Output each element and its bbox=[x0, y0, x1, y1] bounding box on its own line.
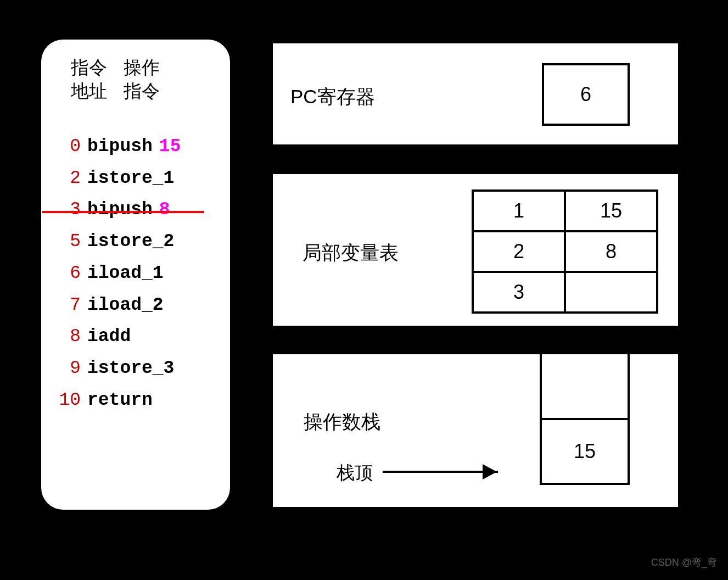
stack-top-label: 栈顶 bbox=[337, 461, 373, 486]
lvt-value: 8 bbox=[565, 231, 657, 272]
instruction-row: 7 iload_2 bbox=[52, 289, 219, 321]
instruction-addr: 2 bbox=[52, 163, 81, 194]
instruction-row: 8 iadd bbox=[52, 321, 219, 353]
instruction-row: 2 istore_1 bbox=[52, 163, 219, 194]
lvt-value: 15 bbox=[565, 191, 657, 231]
lvt-index: 3 bbox=[473, 272, 565, 313]
instruction-addr: 5 bbox=[52, 226, 81, 258]
table-row bbox=[541, 354, 629, 419]
header-addr-line2: 地址 bbox=[71, 80, 107, 103]
header-address: 指令 地址 bbox=[71, 56, 107, 103]
bytecode-headers: 指令 地址 操作 指令 bbox=[71, 56, 219, 103]
instruction-list: 0 bipush 15 2 istore_1 3 bipush 8 5 isto… bbox=[52, 131, 219, 416]
instruction-row: 10 return bbox=[52, 384, 219, 416]
arrow-line bbox=[383, 471, 498, 473]
instruction-addr: 10 bbox=[52, 384, 81, 416]
instruction-opcode: return bbox=[87, 384, 153, 416]
arrow-head bbox=[483, 464, 497, 479]
stack-cell: 15 bbox=[541, 419, 629, 484]
local-variable-table-label: 局部变量表 bbox=[303, 240, 399, 266]
operand-stack-panel: 操作数栈 栈顶 15 bbox=[271, 353, 680, 509]
instruction-opcode: istore_2 bbox=[87, 226, 174, 258]
instruction-row: 9 istore_3 bbox=[52, 353, 219, 384]
instruction-addr: 6 bbox=[52, 258, 81, 289]
table-row: 2 8 bbox=[473, 231, 657, 272]
instruction-opcode: bipush bbox=[87, 131, 153, 163]
header-addr-line1: 指令 bbox=[71, 56, 107, 80]
instruction-opcode: istore_3 bbox=[87, 353, 174, 384]
instruction-opcode: istore_1 bbox=[87, 163, 174, 194]
instruction-addr: 7 bbox=[52, 289, 81, 321]
header-opcode: 操作 指令 bbox=[124, 56, 160, 103]
instruction-row: 6 iload_1 bbox=[52, 258, 219, 289]
stack-cell bbox=[541, 354, 629, 419]
instruction-addr: 3 bbox=[52, 194, 81, 226]
instruction-opcode: bipush bbox=[87, 194, 153, 226]
header-op-line1: 操作 bbox=[124, 56, 160, 80]
operand-stack-table: 15 bbox=[540, 354, 630, 485]
instruction-operand: 15 bbox=[159, 131, 181, 163]
instruction-opcode: iload_1 bbox=[87, 258, 164, 289]
instruction-addr: 9 bbox=[52, 353, 81, 384]
instruction-row: 3 bipush 8 bbox=[52, 194, 219, 226]
instruction-opcode: iload_2 bbox=[87, 289, 164, 321]
local-variable-table-panel: 局部变量表 1 15 2 8 3 bbox=[271, 172, 680, 327]
current-instruction-marker bbox=[42, 211, 204, 213]
table-row: 3 bbox=[473, 272, 657, 313]
table-row: 1 15 bbox=[473, 191, 657, 231]
instruction-addr: 0 bbox=[52, 131, 81, 163]
instruction-row: 5 istore_2 bbox=[52, 226, 219, 258]
watermark: CSDN @弯_弯 bbox=[651, 556, 717, 569]
instruction-operand: 8 bbox=[159, 194, 170, 226]
pc-register-panel: PC寄存器 6 bbox=[271, 42, 680, 146]
pc-register-label: PC寄存器 bbox=[290, 84, 375, 110]
instruction-row: 0 bipush 15 bbox=[52, 131, 219, 163]
instruction-addr: 8 bbox=[52, 321, 81, 353]
bytecode-panel: 指令 地址 操作 指令 0 bipush 15 2 istore_1 3 bip… bbox=[41, 40, 230, 510]
local-variable-table: 1 15 2 8 3 bbox=[472, 189, 658, 314]
header-op-line2: 指令 bbox=[124, 80, 160, 103]
lvt-index: 2 bbox=[473, 231, 565, 272]
lvt-index: 1 bbox=[473, 191, 565, 231]
operand-stack-label: 操作数栈 bbox=[304, 409, 380, 435]
pc-register-value-box: 6 bbox=[542, 63, 630, 126]
instruction-opcode: iadd bbox=[87, 321, 131, 353]
table-row: 15 bbox=[541, 419, 629, 484]
lvt-value bbox=[565, 272, 657, 313]
pc-register-value: 6 bbox=[580, 83, 591, 106]
